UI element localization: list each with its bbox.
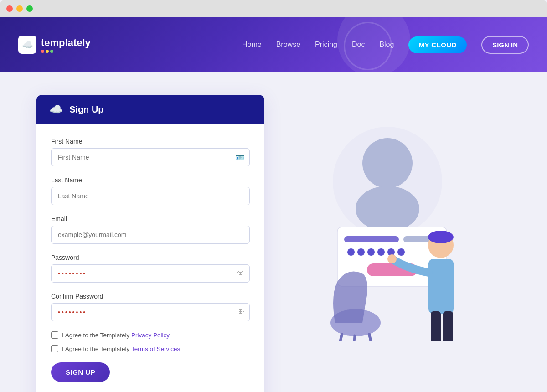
minimize-btn[interactable] [16, 5, 23, 12]
svg-point-9 [377, 248, 385, 256]
signup-form-card: ☁️ Sign Up First Name 🪪 Last Name [36, 95, 264, 392]
password-group: Password 👁 [51, 254, 250, 283]
navbar-nav: Home Browse Pricing Doc Blog MY CLOUD SI… [242, 36, 529, 54]
confirm-password-label: Confirm Password [51, 293, 250, 300]
svg-point-11 [397, 248, 405, 256]
illustration-area [283, 95, 511, 341]
last-name-group: Last Name [51, 176, 250, 205]
confirm-password-wrapper: 👁 [51, 303, 250, 321]
svg-point-19 [428, 231, 454, 243]
confirm-password-input[interactable] [51, 303, 250, 321]
nav-pricing[interactable]: Pricing [315, 41, 337, 49]
first-name-wrapper: 🪪 [51, 148, 250, 166]
tos-label: I Agree to the Templately Terms of Servi… [62, 346, 180, 352]
nav-doc[interactable]: Doc [352, 41, 365, 49]
nav-blog[interactable]: Blog [379, 41, 394, 49]
email-input[interactable] [51, 226, 250, 244]
tos-checkbox[interactable] [51, 345, 58, 352]
first-name-group: First Name 🪪 [51, 138, 250, 166]
privacy-policy-link[interactable]: Privacy Policy [131, 332, 170, 339]
svg-line-16 [353, 335, 355, 341]
brand-icon: ☁️ [18, 36, 36, 54]
first-name-label: First Name [51, 138, 250, 145]
form-header-title: Sign Up [69, 104, 104, 115]
main-content: ☁️ Sign Up First Name 🪪 Last Name [0, 72, 547, 392]
password-input[interactable] [51, 264, 250, 283]
dot-green [50, 50, 53, 53]
window-chrome [0, 0, 547, 17]
privacy-checkbox[interactable] [51, 331, 58, 339]
privacy-label: I Agree to the Templately Privacy Policy [62, 332, 170, 339]
close-btn[interactable] [6, 5, 13, 12]
svg-point-2 [356, 186, 419, 232]
svg-rect-4 [344, 236, 399, 242]
svg-rect-20 [431, 311, 441, 341]
dot-red [41, 50, 44, 53]
maximize-btn[interactable] [26, 5, 33, 12]
signup-submit-button[interactable]: SIGN UP [51, 362, 110, 382]
form-body: First Name 🪪 Last Name Email [36, 124, 264, 392]
dot-yellow [46, 50, 49, 53]
eye-icon[interactable]: 👁 [237, 269, 244, 278]
eye-confirm-icon[interactable]: 👁 [237, 308, 244, 316]
password-label: Password [51, 254, 250, 261]
email-label: Email [51, 215, 250, 222]
email-group: Email [51, 215, 250, 244]
nav-home[interactable]: Home [242, 41, 262, 49]
last-name-input[interactable] [51, 187, 250, 205]
last-name-wrapper [51, 187, 250, 205]
svg-point-7 [357, 248, 365, 256]
signup-illustration [287, 104, 506, 341]
svg-line-15 [369, 334, 374, 341]
password-wrapper: 👁 [51, 264, 250, 283]
form-header-icon: ☁️ [49, 103, 63, 116]
tos-group: I Agree to the Templately Terms of Servi… [51, 345, 250, 352]
brand-name: templately [41, 37, 91, 49]
brand-dots [41, 50, 91, 53]
svg-rect-21 [443, 311, 453, 341]
svg-rect-17 [428, 259, 454, 314]
id-card-icon: 🪪 [235, 153, 244, 162]
confirm-password-group: Confirm Password 👁 [51, 293, 250, 321]
my-cloud-button[interactable]: MY CLOUD [408, 36, 467, 53]
svg-point-8 [367, 248, 375, 256]
form-header: ☁️ Sign Up [36, 95, 264, 124]
nav-browse[interactable]: Browse [276, 41, 300, 49]
brand-logo[interactable]: ☁️ templately [18, 36, 91, 54]
navbar: ☁️ templately Home Browse Pricing Doc Bl… [0, 17, 547, 72]
first-name-input[interactable] [51, 148, 250, 166]
last-name-label: Last Name [51, 176, 250, 184]
tos-link[interactable]: Terms of Services [131, 346, 180, 352]
signin-button[interactable]: SIGN IN [481, 36, 529, 54]
svg-line-14 [337, 334, 342, 341]
email-wrapper [51, 226, 250, 244]
privacy-policy-group: I Agree to the Templately Privacy Policy [51, 331, 250, 339]
svg-point-1 [362, 138, 413, 188]
svg-point-24 [387, 254, 397, 263]
svg-point-6 [347, 248, 355, 256]
